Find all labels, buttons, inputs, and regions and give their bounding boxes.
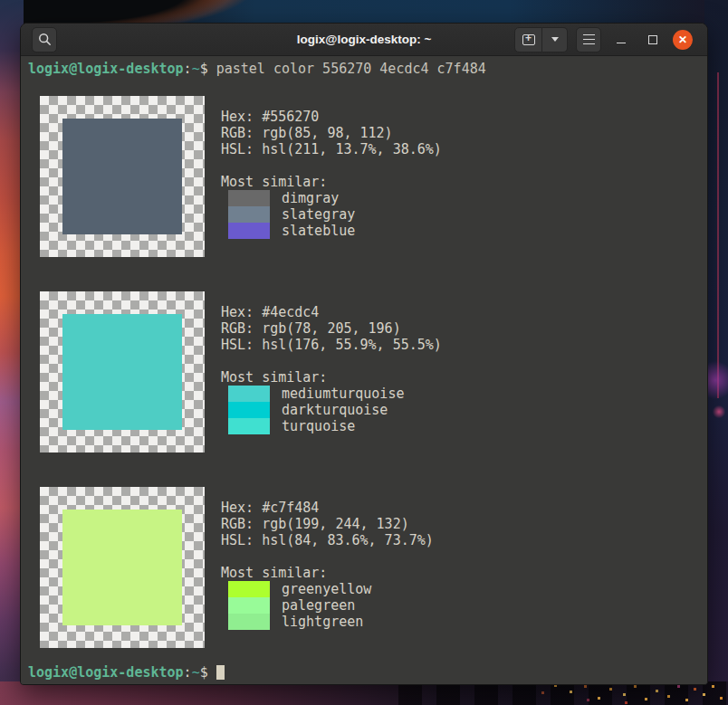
similar-color-row: darkturquoise	[221, 402, 442, 418]
color-swatch	[62, 314, 182, 430]
tab-list-button[interactable]	[542, 27, 568, 52]
similar-color-swatch	[228, 223, 270, 239]
pastel-color-block: Hex:#4ecdc4 RGB:rgb(78, 205, 196) HSL:hs…	[28, 291, 707, 453]
close-icon: ✕	[678, 34, 687, 45]
prompt-dollar: $	[200, 61, 208, 77]
similar-color-name: darkturquoise	[282, 402, 388, 418]
hsl-row: HSL:hsl(176, 55.9%, 55.5%)	[221, 337, 442, 353]
minimize-button[interactable]	[609, 28, 633, 52]
color-swatch-checkerboard	[40, 96, 205, 257]
similar-color-swatch	[228, 581, 270, 597]
similar-color-name: slateblue	[282, 223, 355, 239]
pastel-color-block: Hex:#556270 RGB:rgb(85, 98, 112) HSL:hsl…	[28, 96, 707, 257]
similar-color-row: lightgreen	[221, 614, 434, 630]
similar-color-row: mediumturquoise	[221, 386, 442, 402]
terminal-idle-prompt: logix@logix-desktop:~$	[28, 664, 707, 681]
terminal-cursor	[216, 665, 225, 680]
wallpaper-city-lights	[0, 0, 3, 3]
similar-color-name: dimgray	[282, 190, 339, 206]
similar-color-name: slategray	[282, 206, 355, 223]
similar-color-row: slategray	[221, 206, 442, 223]
maximize-icon	[648, 35, 657, 44]
menu-icon	[583, 34, 595, 45]
rgb-row: RGB:rgb(199, 244, 132)	[221, 516, 434, 532]
terminal-screen[interactable]: logix@logix-desktop:~$pastel color 55627…	[21, 56, 707, 685]
prompt-colon: :	[184, 664, 192, 681]
hex-row: Hex:#556270	[221, 109, 442, 125]
most-similar-label: Most similar:	[221, 369, 442, 386]
window-titlebar[interactable]: logix@logix-desktop: ~ ✕	[21, 24, 707, 56]
new-tab-icon	[522, 34, 535, 45]
similar-color-swatch	[228, 418, 270, 434]
terminal-command-line: logix@logix-desktop:~$pastel color 55627…	[28, 61, 707, 77]
similar-color-name: greenyellow	[282, 581, 371, 597]
color-swatch-checkerboard	[40, 291, 205, 453]
pastel-color-block: Hex:#c7f484 RGB:rgb(199, 244, 132) HSL:h…	[28, 487, 707, 648]
rgb-row: RGB:rgb(85, 98, 112)	[221, 125, 442, 141]
tab-list-chevron-icon	[551, 37, 559, 42]
prompt-dollar: $	[200, 664, 208, 681]
prompt-user-host: logix@logix-desktop	[28, 664, 184, 681]
similar-color-name: palegreen	[282, 597, 355, 614]
similar-color-swatch	[228, 597, 270, 614]
prompt-path: ~	[192, 61, 200, 77]
hex-row: Hex:#4ecdc4	[221, 304, 442, 320]
hsl-row: HSL:hsl(211, 13.7%, 38.6%)	[221, 141, 442, 157]
rgb-row: RGB:rgb(78, 205, 196)	[221, 320, 442, 337]
similar-color-row: palegreen	[221, 597, 434, 614]
similar-color-row: turquoise	[221, 418, 442, 434]
similar-color-row: slateblue	[221, 223, 442, 239]
maximize-button[interactable]	[641, 28, 665, 52]
terminal-window: logix@logix-desktop: ~ ✕	[20, 23, 708, 685]
search-button[interactable]	[32, 27, 57, 52]
similar-color-name: lightgreen	[282, 614, 363, 630]
typed-command: pastel color 556270 4ecdc4 c7f484	[216, 61, 486, 77]
similar-color-name: mediumturquoise	[282, 386, 404, 402]
close-button[interactable]: ✕	[673, 30, 693, 50]
similar-color-swatch	[228, 614, 270, 630]
search-icon	[38, 33, 52, 46]
most-similar-label: Most similar:	[221, 565, 434, 581]
color-swatch	[62, 119, 182, 234]
minimize-icon	[617, 43, 626, 44]
similar-color-swatch	[228, 402, 270, 418]
most-similar-label: Most similar:	[221, 174, 442, 190]
hsl-row: HSL:hsl(84, 83.6%, 73.7%)	[221, 532, 434, 548]
prompt-path: ~	[192, 664, 200, 681]
menu-button[interactable]	[576, 27, 601, 52]
color-swatch-checkerboard	[40, 487, 205, 648]
hex-row: Hex:#c7f484	[221, 500, 434, 516]
similar-color-swatch	[228, 206, 270, 223]
similar-color-name: turquoise	[282, 418, 355, 434]
prompt-user-host: logix@logix-desktop	[28, 61, 184, 77]
prompt-colon: :	[184, 61, 192, 77]
similar-color-swatch	[228, 386, 270, 402]
similar-color-row: greenyellow	[221, 581, 434, 597]
similar-color-row: dimgray	[221, 190, 442, 206]
similar-color-swatch	[228, 190, 270, 206]
color-swatch	[62, 510, 182, 625]
new-tab-button[interactable]	[514, 27, 542, 52]
